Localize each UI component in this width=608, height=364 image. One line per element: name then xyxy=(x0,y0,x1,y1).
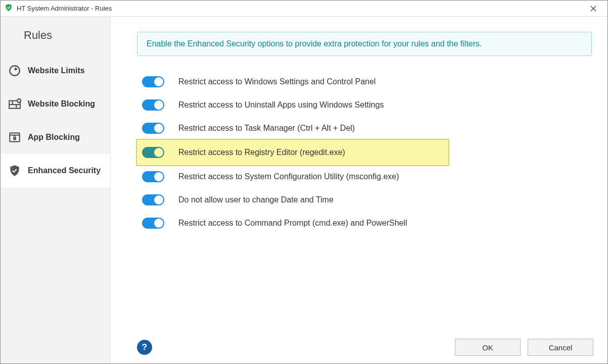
shield-check-icon xyxy=(8,164,22,177)
option-label: Restrict access to Uninstall Apps using … xyxy=(178,100,384,110)
option-row: Do not allow user to change Date and Tim… xyxy=(137,188,450,212)
sidebar-item-label: Website Blocking xyxy=(28,99,95,109)
toggle-task-manager[interactable] xyxy=(142,123,164,134)
sidebar-item-website-limits[interactable]: Website Limits xyxy=(1,54,110,87)
toggle-date-time[interactable] xyxy=(142,194,164,205)
info-banner: Enable the Enhanced Security options to … xyxy=(137,32,592,56)
option-row-highlighted: Restrict access to Registry Editor (rege… xyxy=(136,139,449,166)
sidebar-header: Rules xyxy=(1,17,110,54)
sidebar-item-website-blocking[interactable]: Website Blocking xyxy=(1,87,110,121)
sidebar-item-label: Website Limits xyxy=(28,66,85,75)
option-row: Restrict access to Uninstall Apps using … xyxy=(137,93,450,117)
sidebar-item-label: App Blocking xyxy=(28,133,80,142)
toggle-uninstall-apps[interactable] xyxy=(142,99,164,111)
option-label: Restrict access to Command Prompt (cmd.e… xyxy=(178,219,407,228)
ok-button[interactable]: OK xyxy=(455,339,521,356)
option-row: Restrict access to Windows Settings and … xyxy=(137,70,450,93)
option-row: Restrict access to Command Prompt (cmd.e… xyxy=(137,212,450,235)
toggle-windows-settings[interactable] xyxy=(142,76,164,87)
svg-rect-4 xyxy=(13,137,16,140)
option-row: Restrict access to System Configuration … xyxy=(137,165,450,188)
help-button[interactable]: ? xyxy=(137,340,152,355)
option-label: Do not allow user to change Date and Tim… xyxy=(178,195,334,204)
toggle-registry-editor[interactable] xyxy=(142,147,164,158)
clock-icon xyxy=(8,64,22,77)
option-label: Restrict access to Task Manager (Ctrl + … xyxy=(178,124,355,133)
content: Enable the Enhanced Security options to … xyxy=(111,17,607,331)
toggle-msconfig[interactable] xyxy=(142,171,164,182)
cancel-button[interactable]: Cancel xyxy=(528,339,593,356)
titlebar: HT System Administrator - Rules xyxy=(1,1,607,17)
sidebar: Rules Website Limits Website Blocking Ap… xyxy=(1,17,111,363)
app-lock-icon xyxy=(8,131,22,144)
close-button[interactable] xyxy=(583,2,603,16)
main-panel: Enable the Enhanced Security options to … xyxy=(111,17,607,363)
window-title: HT System Administrator - Rules xyxy=(17,5,583,12)
toggle-cmd-powershell[interactable] xyxy=(142,218,164,229)
firewall-icon xyxy=(8,97,22,111)
shield-icon xyxy=(5,4,13,13)
window-body: Rules Website Limits Website Blocking Ap… xyxy=(1,17,607,363)
sidebar-item-label: Enhanced Security xyxy=(28,166,101,175)
option-label: Restrict access to Windows Settings and … xyxy=(178,77,376,86)
sidebar-item-enhanced-security[interactable]: Enhanced Security xyxy=(1,154,110,187)
footer: ? OK Cancel xyxy=(111,331,607,363)
sidebar-item-app-blocking[interactable]: App Blocking xyxy=(1,121,110,154)
option-row: Restrict access to Task Manager (Ctrl + … xyxy=(137,117,450,140)
option-label: Restrict access to System Configuration … xyxy=(178,172,399,181)
option-label: Restrict access to Registry Editor (rege… xyxy=(178,148,345,157)
